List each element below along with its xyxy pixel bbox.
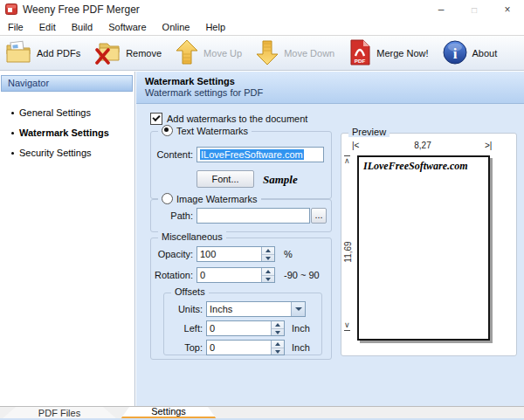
- close-button[interactable]: ×: [491, 0, 524, 19]
- ruler-right-marker: >|: [485, 141, 492, 150]
- remove-button[interactable]: Remove: [94, 40, 162, 66]
- minimize-button[interactable]: –: [424, 0, 458, 19]
- spin-up-button[interactable]: [272, 321, 284, 328]
- opacity-unit: %: [284, 249, 293, 259]
- tab-pdf-files[interactable]: PDF Files: [2, 407, 117, 419]
- rotation-input[interactable]: 0: [196, 267, 275, 283]
- sidebar-item-label: General Settings: [19, 107, 91, 118]
- sidebar-item-label: Security Settings: [19, 148, 92, 158]
- opacity-label: Opacity:: [153, 249, 193, 259]
- app-icon: [5, 3, 17, 15]
- units-label: Units:: [168, 304, 203, 314]
- move-up-button[interactable]: Move Up: [176, 39, 242, 67]
- opacity-spinner: [261, 247, 274, 261]
- top-offset-unit: Inch: [292, 342, 310, 353]
- content-label: Content:: [156, 149, 193, 160]
- path-input[interactable]: [196, 208, 310, 224]
- move-up-label: Move Up: [203, 48, 242, 59]
- spin-down-button[interactable]: [262, 254, 274, 262]
- spin-up-button[interactable]: [272, 341, 284, 348]
- left-offset-unit: Inch: [292, 323, 310, 334]
- window-controls: – □ ×: [424, 0, 524, 19]
- svg-text:PDF: PDF: [355, 58, 366, 64]
- image-watermarks-group: Image Watermarks Path: ...: [150, 199, 332, 232]
- sidebar-item-security-settings[interactable]: Security Settings: [0, 143, 134, 163]
- image-watermarks-label: Image Watermarks: [176, 194, 258, 204]
- spin-up-button[interactable]: [262, 247, 274, 254]
- move-down-label: Move Down: [284, 48, 334, 59]
- left-offset-input[interactable]: 0: [206, 320, 285, 336]
- about-label: About: [472, 48, 498, 59]
- sidebar-item-general-settings[interactable]: General Settings: [0, 103, 134, 123]
- settings-panel: Watermark Settings Watermark settings fo…: [136, 72, 524, 406]
- spin-down-button[interactable]: [262, 275, 274, 283]
- image-watermarks-radio[interactable]: [162, 193, 173, 204]
- offsets-group: Offsets Units: Inchs Left: 0 Inch Top:: [163, 293, 322, 355]
- bullet-icon: [11, 132, 14, 134]
- remove-folder-icon: [94, 40, 121, 66]
- browse-button[interactable]: ...: [311, 208, 327, 224]
- pdf-file-icon: PDF: [348, 39, 371, 67]
- miscellaneous-legend: Miscellaneous: [158, 231, 226, 242]
- image-watermarks-legend[interactable]: Image Watermarks: [158, 193, 261, 204]
- add-watermarks-row: Add watermarks to the document: [150, 113, 307, 125]
- menu-item-file[interactable]: File: [0, 22, 31, 32]
- preview-group: Preview |< 8,27 >| ∧ 11,69 ∨ ILoveFreeSo…: [341, 133, 517, 356]
- menu-item-online[interactable]: Online: [155, 22, 198, 32]
- navigator-header: Navigator: [1, 75, 133, 92]
- menu-item-software[interactable]: Software: [100, 22, 154, 32]
- top-offset-value: 0: [210, 342, 215, 353]
- menu-item-edit[interactable]: Edit: [31, 22, 64, 32]
- add-watermarks-checkbox[interactable]: [150, 113, 162, 125]
- top-offset-input[interactable]: 0: [206, 340, 285, 355]
- chevron-down-icon[interactable]: [291, 302, 305, 316]
- content-input[interactable]: ILoveFreeSoftware.com: [196, 147, 324, 162]
- spin-down-button[interactable]: [272, 328, 284, 336]
- spin-up-button[interactable]: [262, 268, 274, 275]
- ruler-top-marker-icon: ∧: [344, 155, 350, 165]
- font-button[interactable]: Font...: [196, 170, 254, 188]
- units-dropdown[interactable]: Inchs: [206, 301, 306, 317]
- text-watermarks-radio[interactable]: [162, 125, 173, 136]
- preview-label: Preview: [352, 127, 386, 137]
- add-watermarks-label[interactable]: Add watermarks to the document: [167, 114, 307, 124]
- spin-down-button[interactable]: [272, 348, 284, 355]
- maximize-button[interactable]: □: [458, 0, 491, 19]
- preview-watermark-text: ILoveFreeSoftware.com: [359, 157, 488, 173]
- text-watermarks-legend[interactable]: Text Watermarks: [158, 125, 252, 136]
- add-pdfs-button[interactable]: Add PDFs: [5, 40, 80, 66]
- bullet-icon: [11, 112, 14, 114]
- rotation-spinner: [261, 268, 274, 282]
- about-button[interactable]: i About: [443, 40, 498, 66]
- page-subtitle: Watermark settings for PDF: [145, 87, 524, 98]
- info-icon: i: [443, 40, 467, 66]
- merge-now-button[interactable]: PDF Merge Now!: [348, 39, 428, 67]
- menu-item-build[interactable]: Build: [64, 22, 100, 32]
- page-title: Watermark Settings: [145, 76, 524, 86]
- sample-preview-text: Sample: [263, 173, 298, 187]
- content-value: ILoveFreeSoftware.com: [200, 149, 304, 160]
- navigator-sidebar: Navigator General Settings Watermark Set…: [0, 72, 135, 406]
- add-pdfs-folder-icon: [5, 40, 31, 66]
- offsets-label: Offsets: [175, 286, 205, 297]
- move-down-button[interactable]: Move Down: [256, 39, 334, 67]
- window-title: Weeny Free PDF Merger: [23, 3, 140, 16]
- tab-settings[interactable]: Settings: [121, 407, 217, 419]
- menu-item-help[interactable]: Help: [197, 22, 233, 32]
- navigator-list: General Settings Watermark Settings Secu…: [0, 103, 134, 163]
- text-watermarks-label: Text Watermarks: [176, 126, 248, 136]
- ruler-bottom-marker-icon: ∨: [344, 321, 350, 331]
- left-offset-spinner: [271, 321, 284, 335]
- panel-header: Watermark Settings Watermark settings fo…: [136, 72, 524, 104]
- ruler-height-value: 11,69: [343, 235, 353, 270]
- left-offset-label: Left:: [168, 323, 203, 334]
- sidebar-item-watermark-settings[interactable]: Watermark Settings: [0, 123, 134, 143]
- opacity-value: 100: [200, 249, 216, 259]
- sidebar-item-label: Watermark Settings: [19, 127, 109, 138]
- opacity-input[interactable]: 100: [196, 246, 275, 262]
- rotation-value: 0: [200, 270, 205, 280]
- rotation-range: -90 ~ 90: [284, 270, 320, 280]
- move-down-arrow-icon: [256, 39, 279, 67]
- offsets-legend: Offsets: [171, 286, 209, 297]
- text-watermarks-group: Text Watermarks Content: ILoveFreeSoftwa…: [150, 131, 332, 199]
